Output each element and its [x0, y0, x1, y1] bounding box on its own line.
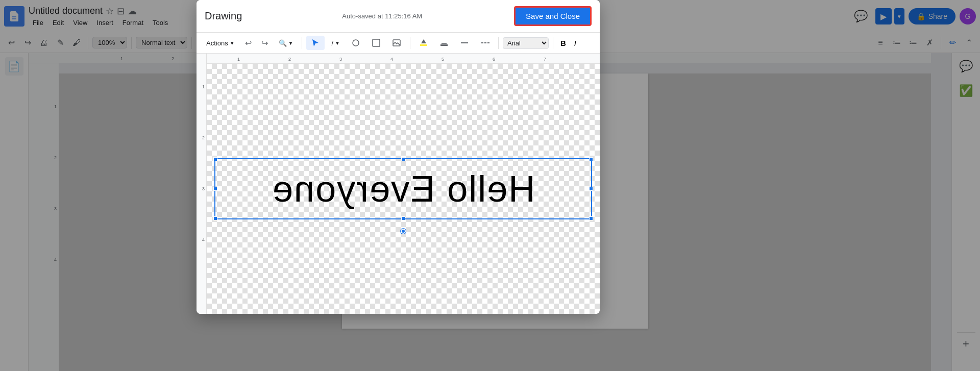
shape-tool[interactable]: [347, 36, 365, 50]
border-color-tool[interactable]: [435, 36, 453, 50]
dialog-header: Drawing Auto-saved at 11:25:16 AM Save a…: [197, 0, 600, 33]
handle-middle-right[interactable]: [589, 187, 593, 191]
draw-redo-button[interactable]: ↪: [258, 36, 272, 50]
draw-divider-3: [498, 37, 499, 49]
svg-rect-6: [440, 44, 448, 46]
handle-bottom-right[interactable]: [589, 216, 593, 220]
select-tool[interactable]: [306, 36, 325, 50]
fill-color-tool[interactable]: [414, 36, 433, 50]
image-tool[interactable]: [387, 36, 406, 50]
border-weight-tool[interactable]: [455, 36, 474, 50]
font-selector[interactable]: Arial: [503, 37, 549, 49]
draw-divider-4: [553, 37, 553, 49]
rotate-handle[interactable]: [401, 229, 406, 234]
autosave-text: Auto-saved at 11:25:16 AM: [250, 12, 514, 20]
canvas-container: 1 2 3 4 5 6 7 1 2 3 4: [197, 54, 600, 314]
svg-rect-3: [373, 39, 380, 46]
drawing-dialog-overlay: Drawing Auto-saved at 11:25:16 AM Save a…: [0, 0, 980, 371]
handle-bottom-left[interactable]: [213, 216, 217, 220]
svg-point-2: [353, 40, 359, 46]
draw-divider-1: [302, 37, 302, 49]
handle-top-middle[interactable]: [401, 157, 405, 161]
drawing-canvas-surface[interactable]: Hello Everyone: [207, 64, 600, 314]
handle-bottom-middle[interactable]: [401, 216, 405, 220]
line-tool[interactable]: / ▼: [327, 37, 345, 50]
draw-undo-button[interactable]: ↩: [241, 36, 256, 50]
handle-top-right[interactable]: [589, 157, 593, 161]
drawing-toolbar: Actions ▼ ↩ ↪ 🔍 ▼ / ▼: [197, 33, 600, 54]
text-box-tool[interactable]: [367, 36, 385, 50]
handle-middle-left[interactable]: [213, 187, 217, 191]
dialog-title: Drawing: [205, 10, 242, 22]
save-close-button[interactable]: Save and Close: [514, 6, 592, 26]
svg-rect-5: [420, 44, 427, 46]
canvas-ruler-left: 1 2 3 4: [197, 54, 207, 314]
canvas-text-content: Hello Everyone: [272, 168, 535, 210]
zoom-tool[interactable]: 🔍 ▼: [274, 37, 298, 50]
border-dash-tool[interactable]: [476, 36, 494, 50]
canvas-ruler-top: 1 2 3 4 5 6 7: [207, 54, 600, 64]
italic-button[interactable]: I: [571, 37, 579, 50]
text-element-selected[interactable]: Hello Everyone: [214, 158, 592, 219]
drawing-dialog: Drawing Auto-saved at 11:25:16 AM Save a…: [197, 0, 600, 314]
draw-divider-2: [410, 37, 410, 49]
bold-button[interactable]: B: [557, 37, 569, 50]
canvas-main-area[interactable]: Hello Everyone: [207, 54, 600, 314]
actions-menu[interactable]: Actions ▼: [202, 37, 239, 50]
handle-top-left[interactable]: [213, 157, 217, 161]
